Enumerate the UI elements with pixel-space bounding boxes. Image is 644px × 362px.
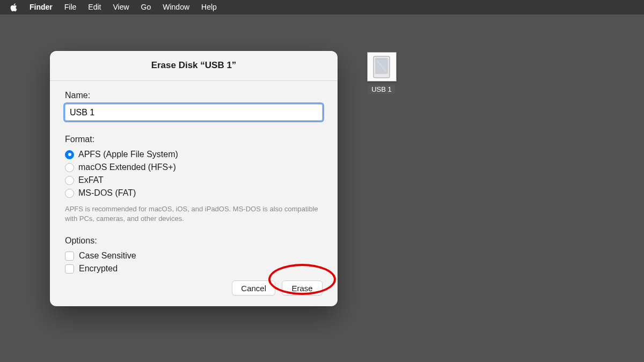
menu-window[interactable]: Window [157, 0, 195, 14]
radio-icon [65, 150, 74, 159]
format-hint: APFS is recommended for macOS, iOS, and … [65, 204, 323, 223]
menu-file[interactable]: File [58, 0, 83, 14]
radio-icon [65, 189, 74, 198]
checkbox-icon [65, 252, 74, 261]
format-option-label: macOS Extended (HFS+) [78, 162, 176, 172]
format-option-label: APFS (Apple File System) [78, 150, 178, 159]
menu-go[interactable]: Go [135, 0, 157, 14]
erase-button[interactable]: Erase [282, 280, 323, 295]
dialog-title: Erase Disk “USB 1” [50, 51, 338, 81]
menu-edit[interactable]: Edit [82, 0, 107, 14]
apple-menu-icon[interactable] [8, 3, 24, 12]
format-option-exfat[interactable]: ExFAT [65, 174, 323, 187]
radio-icon [65, 163, 74, 172]
desktop-drive-label: USB 1 [368, 85, 395, 94]
format-option-apfs[interactable]: APFS (Apple File System) [65, 148, 323, 161]
format-option-msdos[interactable]: MS-DOS (FAT) [65, 187, 323, 200]
name-label: Name: [65, 91, 323, 100]
radio-icon [65, 176, 74, 185]
format-label: Format: [65, 135, 323, 144]
format-option-hfs[interactable]: macOS Extended (HFS+) [65, 161, 323, 174]
menu-help[interactable]: Help [195, 0, 223, 14]
menu-view[interactable]: View [107, 0, 135, 14]
format-option-label: ExFAT [78, 175, 104, 185]
format-option-label: MS-DOS (FAT) [78, 188, 136, 198]
option-encrypted[interactable]: Encrypted [65, 262, 323, 275]
option-label: Encrypted [79, 264, 118, 274]
cancel-button[interactable]: Cancel [232, 280, 275, 295]
options-label: Options: [65, 236, 323, 246]
option-case-sensitive[interactable]: Case Sensitive [65, 249, 323, 262]
desktop-drive-usb1[interactable]: USB 1 [363, 52, 400, 94]
option-label: Case Sensitive [79, 251, 136, 261]
name-input[interactable] [65, 104, 323, 121]
erase-disk-dialog: Erase Disk “USB 1” Name: Format: APFS (A… [50, 51, 338, 306]
menu-app[interactable]: Finder [24, 0, 58, 14]
checkbox-icon [65, 264, 74, 274]
menubar: Finder File Edit View Go Window Help [0, 0, 644, 14]
external-drive-icon [367, 52, 397, 82]
